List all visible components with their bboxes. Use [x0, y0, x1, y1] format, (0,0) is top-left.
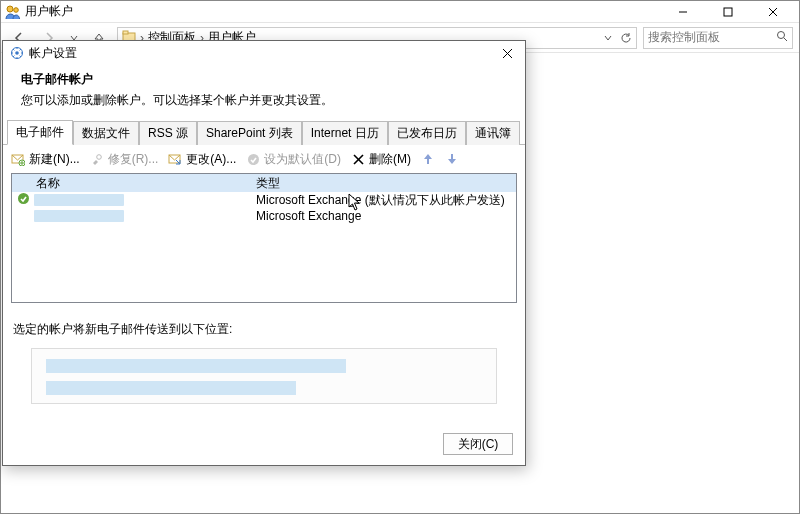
arrow-up-icon	[421, 152, 435, 166]
minimize-button[interactable]	[660, 2, 705, 22]
delivery-card	[31, 348, 497, 404]
redacted-name	[34, 210, 124, 222]
redacted-path	[46, 359, 346, 373]
search-input[interactable]: 搜索控制面板	[643, 27, 793, 49]
search-placeholder: 搜索控制面板	[648, 29, 720, 46]
tab-published-calendar[interactable]: 已发布日历	[388, 121, 466, 145]
svg-point-16	[97, 154, 102, 159]
account-settings-dialog: 帐户设置 电子邮件帐户 您可以添加或删除帐户。可以选择某个帐户并更改其设置。 电…	[2, 40, 526, 466]
svg-line-9	[784, 38, 787, 41]
tab-strip: 电子邮件 数据文件 RSS 源 SharePoint 列表 Internet 日…	[3, 123, 525, 145]
move-down-button[interactable]	[445, 152, 459, 166]
dialog-subheading: 您可以添加或删除帐户。可以选择某个帐户并更改其设置。	[21, 92, 507, 109]
delivery-label: 选定的帐户将新电子邮件传送到以下位置:	[3, 303, 525, 344]
breadcrumb-dropdown-icon[interactable]	[604, 34, 612, 42]
svg-rect-3	[724, 8, 732, 16]
table-row[interactable]: Microsoft Exchange	[12, 208, 516, 224]
close-dialog-button[interactable]: 关闭(C)	[443, 433, 513, 455]
parent-title: 用户帐户	[25, 3, 73, 20]
redacted-path	[46, 381, 296, 395]
search-icon	[776, 30, 788, 45]
repair-account-button[interactable]: 修复(R)...	[90, 151, 159, 168]
delete-account-button[interactable]: 删除(M)	[351, 151, 411, 168]
column-type[interactable]: 类型	[252, 175, 516, 192]
new-account-button[interactable]: 新建(N)...	[11, 151, 80, 168]
arrow-down-icon	[445, 152, 459, 166]
refresh-icon[interactable]	[620, 32, 632, 44]
repair-icon	[90, 152, 104, 166]
dialog-header: 电子邮件帐户 您可以添加或删除帐户。可以选择某个帐户并更改其设置。	[3, 65, 525, 123]
new-icon	[11, 152, 25, 166]
dialog-titlebar: 帐户设置	[3, 41, 525, 65]
column-name[interactable]: 名称	[12, 175, 252, 192]
svg-rect-7	[123, 31, 128, 34]
parent-titlebar: 用户帐户	[1, 1, 799, 23]
dialog-footer: 关闭(C)	[3, 425, 525, 465]
listview-header: 名称 类型	[12, 174, 516, 192]
close-button[interactable]	[750, 2, 795, 22]
tab-sharepoint[interactable]: SharePoint 列表	[197, 121, 302, 145]
svg-point-1	[14, 7, 19, 12]
redacted-name	[34, 194, 124, 206]
tab-rss[interactable]: RSS 源	[139, 121, 197, 145]
svg-point-8	[778, 32, 785, 39]
users-icon	[5, 4, 21, 20]
accounts-toolbar: 新建(N)... 修复(R)... 更改(A)... 设为默认值(D) 删除(M…	[3, 145, 525, 173]
dialog-title: 帐户设置	[29, 45, 77, 62]
tab-email[interactable]: 电子邮件	[7, 120, 73, 145]
svg-point-0	[7, 6, 13, 12]
account-type-cell: Microsoft Exchange (默认情况下从此帐户发送)	[252, 192, 516, 209]
svg-point-18	[248, 154, 259, 165]
tab-contacts[interactable]: 通讯簿	[466, 121, 520, 145]
default-check-icon	[246, 152, 260, 166]
account-type-cell: Microsoft Exchange	[252, 209, 516, 223]
svg-point-21	[18, 193, 29, 204]
table-row[interactable]: Microsoft Exchange (默认情况下从此帐户发送)	[12, 192, 516, 208]
default-check-icon	[12, 192, 34, 208]
maximize-button[interactable]	[705, 2, 750, 22]
set-default-button[interactable]: 设为默认值(D)	[246, 151, 341, 168]
tab-internet-calendar[interactable]: Internet 日历	[302, 121, 388, 145]
dialog-close-button[interactable]	[495, 43, 519, 63]
accounts-listview[interactable]: 名称 类型 Microsoft Exchange (默认情况下从此帐户发送) M…	[11, 173, 517, 303]
dialog-heading: 电子邮件帐户	[21, 71, 507, 88]
svg-point-11	[15, 51, 19, 55]
move-up-button[interactable]	[421, 152, 435, 166]
settings-icon	[9, 45, 25, 61]
change-icon	[168, 152, 182, 166]
tab-data-files[interactable]: 数据文件	[73, 121, 139, 145]
change-account-button[interactable]: 更改(A)...	[168, 151, 236, 168]
delete-icon	[351, 152, 365, 166]
